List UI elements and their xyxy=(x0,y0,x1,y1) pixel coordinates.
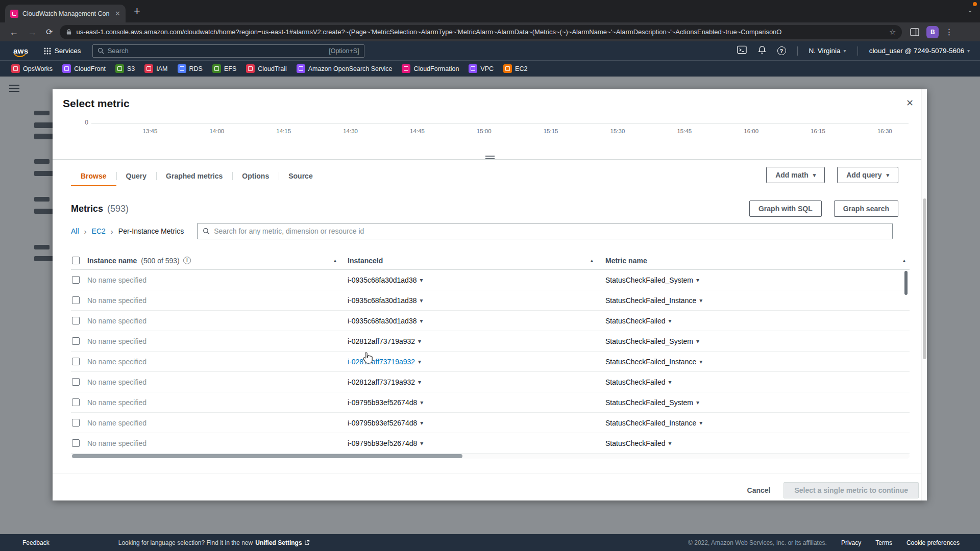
instance-id-dropdown-icon[interactable]: ▾ xyxy=(420,317,423,324)
unified-settings-link[interactable]: Unified Settings xyxy=(255,539,309,546)
horizontal-scrollbar-thumb[interactable] xyxy=(72,454,462,458)
privacy-link[interactable]: Privacy xyxy=(841,539,861,546)
favorite-service-link[interactable]: CloudTrail xyxy=(246,64,287,73)
close-tab-icon[interactable]: ✕ xyxy=(115,10,120,17)
instance-id-link[interactable]: i-0935c68fa30d1ad38 xyxy=(348,317,416,325)
info-icon[interactable]: i xyxy=(183,257,191,264)
select-all-checkbox[interactable] xyxy=(72,257,80,264)
favorite-service-link[interactable]: EC2 xyxy=(503,64,527,73)
row-checkbox[interactable] xyxy=(72,276,80,284)
table-row[interactable]: No name specified i-0935c68fa30d1ad38 ▾ … xyxy=(71,311,910,331)
instance-id-link[interactable]: i-09795b93ef52674d8 xyxy=(348,439,417,447)
sort-asc-icon[interactable]: ▲ xyxy=(333,258,337,263)
tab-search-chevron-icon[interactable]: ⌄ xyxy=(967,6,973,14)
row-checkbox[interactable] xyxy=(72,358,80,365)
aws-logo[interactable]: aws xyxy=(13,46,29,55)
metric-name-link[interactable]: StatusCheckFailed_Instance xyxy=(605,296,696,305)
metric-dropdown-icon[interactable]: ▾ xyxy=(699,419,702,427)
site-info-lock-icon[interactable] xyxy=(66,29,72,35)
horizontal-scrollbar[interactable] xyxy=(71,454,910,459)
metric-dropdown-icon[interactable]: ▾ xyxy=(696,338,699,345)
graph-search-button[interactable]: Graph search xyxy=(834,201,898,217)
metric-name-link[interactable]: StatusCheckFailed_System xyxy=(605,398,693,407)
metric-name-link[interactable]: StatusCheckFailed_Instance xyxy=(605,358,696,366)
console-search-box[interactable]: [Option+S] xyxy=(92,44,364,58)
metric-dropdown-icon[interactable]: ▾ xyxy=(669,317,672,324)
account-menu[interactable]: cloud_user @ 7249-5079-5606 ▾ xyxy=(869,47,970,55)
metric-dropdown-icon[interactable]: ▾ xyxy=(699,297,702,304)
row-checkbox[interactable] xyxy=(72,419,80,427)
instance-id-link[interactable]: i-0935c68fa30d1ad38 xyxy=(348,296,416,305)
tab-graphed-metrics[interactable]: Graphed metrics xyxy=(156,167,232,186)
favorite-service-link[interactable]: OpsWorks xyxy=(11,64,53,73)
breadcrumb-link[interactable]: All xyxy=(71,227,79,235)
table-row[interactable]: No name specified i-02812aff73719a932 ▾ … xyxy=(71,352,910,372)
metric-dropdown-icon[interactable]: ▾ xyxy=(699,358,702,365)
notifications-bell-icon[interactable] xyxy=(758,45,766,56)
favorite-service-link[interactable]: CloudFormation xyxy=(402,64,459,73)
metric-dropdown-icon[interactable]: ▾ xyxy=(669,379,672,386)
row-checkbox[interactable] xyxy=(72,378,80,386)
instance-id-column-header[interactable]: InstanceId ▲ xyxy=(348,257,605,265)
table-row[interactable]: No name specified i-09795b93ef52674d8 ▾ … xyxy=(71,392,910,413)
favorite-service-link[interactable]: VPC xyxy=(469,64,494,73)
add-math-button[interactable]: Add math ▾ xyxy=(766,167,825,183)
metric-dropdown-icon[interactable]: ▾ xyxy=(696,399,699,406)
table-row[interactable]: No name specified i-09795b93ef52674d8 ▾ … xyxy=(71,433,910,454)
favorite-service-link[interactable]: RDS xyxy=(178,64,203,73)
browser-menu-icon[interactable]: ⋮ xyxy=(945,27,953,37)
instance-id-link[interactable]: i-02812aff73719a932 xyxy=(348,358,415,366)
instance-id-link[interactable]: i-09795b93ef52674d8 xyxy=(348,398,417,407)
metric-name-link[interactable]: StatusCheckFailed_System xyxy=(605,276,693,284)
favorite-service-link[interactable]: Amazon OpenSearch Service xyxy=(297,64,393,73)
cancel-button[interactable]: Cancel xyxy=(747,486,771,494)
cloudshell-icon[interactable] xyxy=(737,45,747,56)
table-row[interactable]: No name specified i-02812aff73719a932 ▾ … xyxy=(71,372,910,392)
instance-id-dropdown-icon[interactable]: ▾ xyxy=(420,440,423,447)
forward-button[interactable]: → xyxy=(28,28,37,37)
metric-search-input[interactable] xyxy=(214,227,887,235)
region-selector[interactable]: N. Virginia ▾ xyxy=(809,47,846,55)
browser-tab[interactable]: CloudWatch Management Con ✕ xyxy=(5,5,126,22)
new-tab-button[interactable]: + xyxy=(134,5,140,18)
instance-id-dropdown-icon[interactable]: ▾ xyxy=(418,379,421,386)
instance-id-link[interactable]: i-02812aff73719a932 xyxy=(348,337,415,345)
tab-browse[interactable]: Browse xyxy=(71,167,116,186)
favorite-service-link[interactable]: IAM xyxy=(144,64,167,73)
row-checkbox[interactable] xyxy=(72,439,80,447)
chart-resize-handle[interactable] xyxy=(481,156,499,159)
metric-dropdown-icon[interactable]: ▾ xyxy=(696,277,699,284)
instance-id-link[interactable]: i-09795b93ef52674d8 xyxy=(348,419,417,427)
table-scrollbar-thumb[interactable] xyxy=(904,271,908,295)
favorite-service-link[interactable]: EFS xyxy=(212,64,236,73)
instance-id-dropdown-icon[interactable]: ▾ xyxy=(420,277,423,284)
favorite-service-link[interactable]: CloudFront xyxy=(62,64,106,73)
sort-asc-icon[interactable]: ▲ xyxy=(590,258,594,263)
metric-name-link[interactable]: StatusCheckFailed_Instance xyxy=(605,419,696,427)
reload-button[interactable]: ⟳ xyxy=(46,28,53,36)
metric-name-link[interactable]: StatusCheckFailed xyxy=(605,317,666,325)
row-checkbox[interactable] xyxy=(72,398,80,406)
metric-name-link[interactable]: StatusCheckFailed xyxy=(605,378,666,386)
back-button[interactable]: ← xyxy=(9,28,18,37)
console-search-input[interactable] xyxy=(108,47,326,55)
add-query-button[interactable]: Add query ▾ xyxy=(837,167,898,183)
metric-name-link[interactable]: StatusCheckFailed_System xyxy=(605,337,693,345)
address-bar[interactable]: us-east-1.console.aws.amazon.com/cloudwa… xyxy=(60,25,902,39)
instance-id-dropdown-icon[interactable]: ▾ xyxy=(418,358,421,365)
help-icon[interactable]: ? xyxy=(777,46,786,55)
instance-id-dropdown-icon[interactable]: ▾ xyxy=(420,399,423,406)
table-row[interactable]: No name specified i-02812aff73719a932 ▾ … xyxy=(71,331,910,352)
instance-id-link[interactable]: i-0935c68fa30d1ad38 xyxy=(348,276,416,284)
table-row[interactable]: No name specified i-0935c68fa30d1ad38 ▾ … xyxy=(71,290,910,311)
tab-source[interactable]: Source xyxy=(279,167,322,186)
metric-name-column-header[interactable]: Metric name ▲ xyxy=(605,257,910,265)
metric-dropdown-icon[interactable]: ▾ xyxy=(669,440,672,447)
favorite-service-link[interactable]: S3 xyxy=(115,64,135,73)
continue-button[interactable]: Select a single metric to continue xyxy=(783,482,919,498)
table-row[interactable]: No name specified i-0935c68fa30d1ad38 ▾ … xyxy=(71,270,910,290)
terms-link[interactable]: Terms xyxy=(875,539,892,546)
metric-name-link[interactable]: StatusCheckFailed xyxy=(605,439,666,447)
cookie-preferences-link[interactable]: Cookie preferences xyxy=(906,539,960,546)
side-panel-icon[interactable] xyxy=(910,28,919,36)
